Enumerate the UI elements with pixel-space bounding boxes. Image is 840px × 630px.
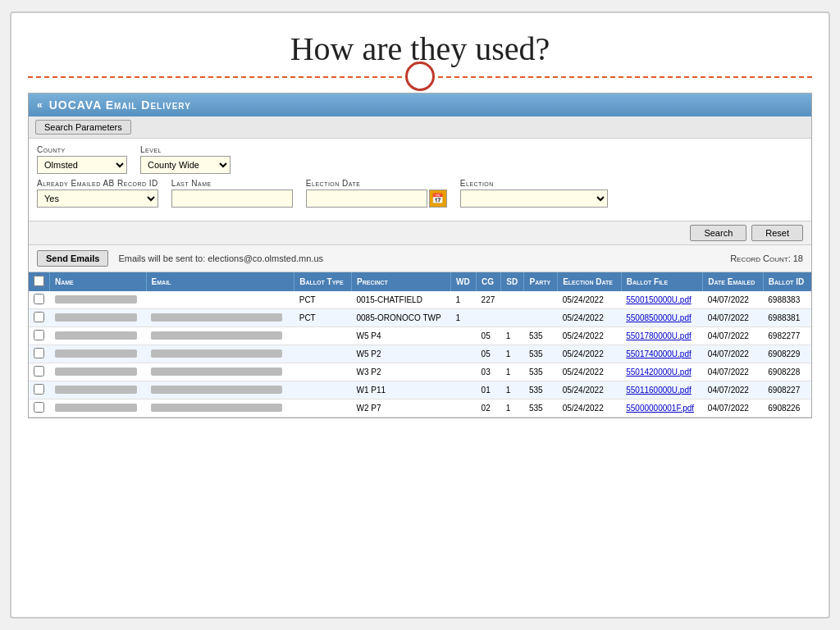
ballot-file-link[interactable]: 55000000001F.pdf bbox=[626, 404, 694, 413]
cell-election-date: 05/24/2022 bbox=[558, 291, 622, 309]
col-ballot-type: Ballot Type bbox=[294, 272, 352, 291]
ballot-file-link[interactable]: 5501420000U.pdf bbox=[626, 368, 692, 377]
send-email-text: Emails will be sent to: elections@co.olm… bbox=[118, 253, 323, 263]
last-name-group: Last Name bbox=[171, 179, 293, 208]
cell-ballot-file: 5501740000U.pdf bbox=[621, 345, 703, 363]
cell-ballot-file: 5501420000U.pdf bbox=[621, 363, 703, 381]
ballot-file-link[interactable]: 5500850000U.pdf bbox=[626, 313, 692, 322]
county-select[interactable]: Olmsted bbox=[37, 156, 127, 174]
cell-ballot-id: 6908229 bbox=[763, 345, 811, 363]
row-checkbox[interactable] bbox=[34, 330, 44, 340]
row-checkbox[interactable] bbox=[34, 402, 44, 413]
send-emails-button[interactable]: Send Emails bbox=[37, 250, 108, 267]
cell-sd: 1 bbox=[501, 381, 524, 399]
calendar-icon[interactable]: 📅 bbox=[429, 189, 447, 208]
cell-party bbox=[524, 291, 558, 309]
table-header-row: Name Email Ballot Type Precinct WD CG SD… bbox=[29, 272, 811, 291]
cell-name bbox=[50, 363, 147, 381]
email-blurred bbox=[151, 331, 282, 340]
cell-sd: 1 bbox=[501, 345, 524, 363]
table-row: W2 P7 02 1 535 05/24/2022 55000000001F.p… bbox=[29, 399, 811, 418]
send-bar: Send Emails Emails will be sent to: elec… bbox=[29, 245, 811, 272]
election-label: Election bbox=[460, 179, 608, 188]
election-date-input[interactable] bbox=[306, 189, 427, 208]
cell-name bbox=[50, 309, 147, 327]
election-date-group: Election Date 📅 bbox=[306, 179, 447, 208]
cell-date-emailed: 04/07/2022 bbox=[703, 291, 763, 309]
data-table: Name Email Ballot Type Precinct WD CG SD… bbox=[29, 272, 811, 418]
cell-ballot-id: 6982277 bbox=[763, 327, 811, 345]
cell-cg: 02 bbox=[477, 399, 501, 418]
cell-ballot-type: PCT bbox=[294, 309, 352, 327]
cell-name bbox=[50, 291, 147, 309]
cell-precinct: 0085-ORONOCO TWP bbox=[352, 309, 451, 327]
cell-ballot-id: 6908227 bbox=[763, 381, 811, 399]
cell-ballot-type bbox=[294, 345, 352, 363]
election-select[interactable] bbox=[460, 189, 608, 208]
cell-party bbox=[524, 309, 558, 327]
cell-ballot-file: 5501780000U.pdf bbox=[621, 327, 703, 345]
cell-email bbox=[146, 327, 294, 345]
cell-sd: 1 bbox=[501, 327, 524, 345]
ballot-file-link[interactable]: 5501780000U.pdf bbox=[626, 331, 692, 340]
cell-precinct: 0015-CHATFIELD bbox=[352, 291, 451, 309]
back-button[interactable]: « bbox=[37, 99, 43, 111]
cell-cg: 03 bbox=[477, 363, 501, 381]
select-all-checkbox[interactable] bbox=[34, 276, 44, 286]
cell-date-emailed: 04/07/2022 bbox=[703, 381, 763, 399]
col-sd: SD bbox=[501, 272, 524, 291]
email-blurred bbox=[151, 313, 282, 322]
app-frame: « UOCAVA Email Delivery Search Parameter… bbox=[28, 93, 812, 418]
cell-date-emailed: 04/07/2022 bbox=[703, 363, 763, 381]
app-header: « UOCAVA Email Delivery bbox=[29, 94, 811, 116]
table-row: PCT 0085-ORONOCO TWP 1 05/24/2022 550085… bbox=[29, 309, 811, 327]
row-checkbox[interactable] bbox=[34, 366, 44, 377]
ballot-file-link[interactable]: 5500150000U.pdf bbox=[626, 295, 692, 304]
cell-sd: 1 bbox=[501, 399, 524, 418]
cell-date-emailed: 04/07/2022 bbox=[703, 399, 763, 418]
last-name-input[interactable] bbox=[171, 189, 293, 208]
search-params-button[interactable]: Search Parameters bbox=[35, 120, 131, 135]
cell-ballot-id: 6988381 bbox=[763, 309, 811, 327]
ballot-file-link[interactable]: 5501160000U.pdf bbox=[626, 386, 692, 395]
name-blurred bbox=[55, 313, 137, 322]
search-button[interactable]: Search bbox=[690, 225, 746, 241]
cell-election-date: 05/24/2022 bbox=[558, 345, 622, 363]
table-row: PCT 0015-CHATFIELD 1 227 05/24/2022 5500… bbox=[29, 291, 811, 309]
action-row: Search Reset bbox=[29, 221, 811, 245]
cell-ballot-id: 6988383 bbox=[763, 291, 811, 309]
cell-email bbox=[146, 363, 294, 381]
app-title: UOCAVA Email Delivery bbox=[49, 98, 191, 112]
row-checkbox[interactable] bbox=[34, 348, 44, 358]
reset-button[interactable]: Reset bbox=[751, 225, 803, 241]
already-emailed-select[interactable]: Yes No bbox=[37, 189, 158, 208]
cell-ballot-file: 55000000001F.pdf bbox=[621, 399, 703, 418]
cell-party: 535 bbox=[524, 381, 558, 399]
level-select[interactable]: County Wide bbox=[140, 156, 231, 174]
name-blurred bbox=[55, 386, 137, 394]
cell-email bbox=[146, 345, 294, 363]
row-checkbox[interactable] bbox=[34, 312, 44, 322]
col-ballot-file: Ballot File bbox=[621, 272, 703, 291]
cell-election-date: 05/24/2022 bbox=[558, 381, 622, 399]
col-ballot-id: Ballot ID bbox=[763, 272, 811, 291]
ballot-file-link[interactable]: 5501740000U.pdf bbox=[626, 349, 692, 358]
col-precinct: Precinct bbox=[352, 272, 451, 291]
email-blurred bbox=[151, 404, 282, 412]
name-blurred bbox=[55, 295, 137, 304]
col-name: Name bbox=[50, 272, 147, 291]
cell-ballot-file: 5500150000U.pdf bbox=[621, 291, 703, 309]
cell-sd bbox=[501, 309, 524, 327]
row-checkbox[interactable] bbox=[34, 294, 44, 304]
cell-ballot-id: 6908226 bbox=[763, 399, 811, 418]
row-checkbox[interactable] bbox=[34, 384, 44, 395]
cell-election-date: 05/24/2022 bbox=[558, 363, 622, 381]
cell-sd: 1 bbox=[501, 363, 524, 381]
cell-wd bbox=[450, 399, 476, 418]
cell-precinct: W5 P2 bbox=[352, 345, 451, 363]
slide-container: How are they used? « UOCAVA Email Delive… bbox=[10, 11, 830, 619]
cell-ballot-type: PCT bbox=[294, 291, 352, 309]
name-blurred bbox=[55, 349, 137, 358]
cell-wd bbox=[450, 363, 476, 381]
cell-cg bbox=[477, 309, 501, 327]
